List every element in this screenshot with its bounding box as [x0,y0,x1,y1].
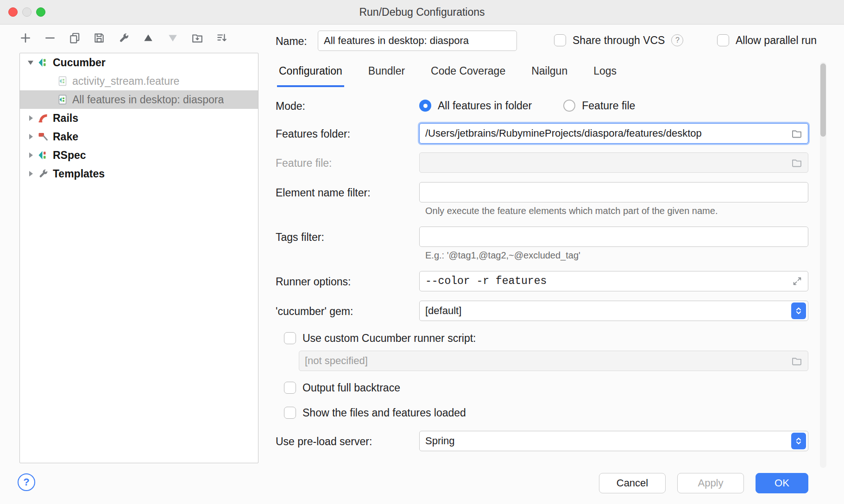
tree-item-rails[interactable]: Rails [20,109,258,127]
ok-button[interactable]: OK [756,473,808,493]
sort-configurations-button[interactable] [216,32,228,44]
copy-icon [69,32,81,44]
expand-icon[interactable] [25,114,36,122]
minimize-window-button[interactable] [22,7,31,17]
element-filter-input[interactable] [419,182,808,202]
expand-editor-icon[interactable] [792,276,802,286]
tab-logs[interactable]: Logs [592,65,618,87]
output-backtrace-label: Output full backtrace [302,382,400,394]
collapse-icon[interactable] [25,59,36,66]
show-files-row: Show the files and features loaded [284,406,466,419]
mode-radio-group: All features in folder Feature file [419,99,635,112]
close-window-button[interactable] [8,7,18,17]
preload-server-select[interactable]: Spring [419,431,808,451]
show-files-checkbox[interactable] [284,407,296,419]
tree-item-label: activity_stream.feature [72,75,179,88]
feature-file-label: Feature file: [276,157,332,170]
run-debug-configurations-dialog: Run/Debug Configurations [0,0,844,504]
custom-runner-label: Use custom Cucumber runner script: [302,332,476,345]
cucumber-icon [38,57,49,68]
window-title: Run/Debug Configurations [0,0,844,24]
tab-bundler[interactable]: Bundler [366,65,407,87]
element-filter-label: Element name filter: [276,187,371,199]
configurations-tree: Cucumber activity_stream.feature All fea… [19,53,258,463]
custom-runner-script-value: [not specified] [305,355,786,367]
tree-item-label: Templates [53,168,105,180]
save-icon [93,32,105,44]
share-vcs-checkbox[interactable] [554,34,566,46]
tab-nailgun[interactable]: Nailgun [529,65,569,87]
tree-item-templates[interactable]: Templates [20,164,258,183]
save-configuration-button[interactable] [93,32,105,44]
tree-toolbar [19,30,228,46]
new-folder-icon [191,32,203,44]
tags-filter-input[interactable] [419,227,808,247]
runner-options-input[interactable]: --color -r features [419,271,808,291]
features-folder-label: Features folder: [276,128,350,140]
allow-parallel-checkbox[interactable] [717,34,729,46]
sort-icon [216,32,228,44]
rake-icon [38,131,49,142]
tree-item-label: Rails [53,112,78,125]
mode-folder-label: All features in folder [438,100,532,112]
tree-item-rspec[interactable]: RSpec [20,146,258,164]
mode-folder-radio[interactable] [419,100,431,112]
tree-item-label: RSpec [53,149,86,162]
name-value: All features in desktop: diaspora [324,35,511,47]
tree-item-label: All features in desktop: diaspora [72,94,224,106]
feature-file-input [419,152,808,173]
show-files-label: Show the files and features loaded [302,407,466,419]
expand-icon[interactable] [25,151,36,159]
scrollbar-track[interactable] [820,62,826,468]
tab-configuration[interactable]: Configuration [277,65,344,87]
vcs-help-icon[interactable]: ? [671,34,683,46]
tags-filter-hint: E.g.: '@tag1,@tag2,~@excluded_tag' [425,250,580,261]
preload-server-label: Use pre-load server: [276,435,372,448]
features-folder-input[interactable]: /Users/jetbrains/RubymineProjects/diaspo… [419,123,808,144]
custom-runner-row: Use custom Cucumber runner script: [284,332,476,345]
allow-parallel-run-row: Allow parallel run [717,34,817,47]
apply-button[interactable]: Apply [677,473,744,493]
folder-browse-icon [791,355,802,366]
scrollbar-thumb[interactable] [820,63,826,137]
zoom-window-button[interactable] [36,7,45,17]
help-button[interactable]: ? [18,473,35,491]
move-down-button[interactable] [167,32,179,44]
share-vcs-label: Share through VCS [573,34,665,47]
tree-item-label: Cucumber [53,57,106,69]
custom-runner-checkbox[interactable] [284,332,296,344]
folder-browse-icon [791,157,802,168]
titlebar: Run/Debug Configurations [0,0,844,25]
copy-configuration-button[interactable] [69,32,81,44]
cucumber-gem-select[interactable]: [default] [419,301,808,321]
add-configuration-button[interactable] [19,32,31,44]
cancel-button[interactable]: Cancel [599,473,666,493]
create-folder-button[interactable] [191,32,203,44]
preload-server-value: Spring [425,435,787,447]
name-input[interactable]: All features in desktop: diaspora [318,31,517,51]
chevron-up-down-icon [791,302,806,319]
element-filter-hint: Only execute the feature elements which … [425,206,718,216]
tree-item-rake[interactable]: Rake [20,127,258,146]
folder-browse-icon[interactable] [791,128,802,139]
chevron-up-down-icon [791,433,806,449]
rspec-icon [38,150,49,161]
runner-options-value: --color -r features [425,275,787,287]
allow-parallel-label: Allow parallel run [736,34,817,47]
feature-file-icon [57,76,68,87]
tree-item-activity-stream-feature[interactable]: activity_stream.feature [20,72,258,90]
tree-item-cucumber[interactable]: Cucumber [20,53,258,72]
tree-item-all-features-in-desktop[interactable]: All features in desktop: diaspora [20,90,258,109]
edit-templates-button[interactable] [118,32,130,44]
tab-code-coverage[interactable]: Code Coverage [429,65,507,87]
mode-file-label: Feature file [582,100,635,112]
expand-icon[interactable] [25,170,36,177]
remove-configuration-button[interactable] [44,32,56,44]
name-label: Name: [276,35,307,48]
mode-file-radio[interactable] [563,100,575,112]
expand-icon[interactable] [25,133,36,140]
move-up-button[interactable] [142,32,154,44]
output-backtrace-checkbox[interactable] [284,382,296,394]
minus-icon [44,32,56,44]
tags-filter-label: Tags filter: [276,231,324,244]
